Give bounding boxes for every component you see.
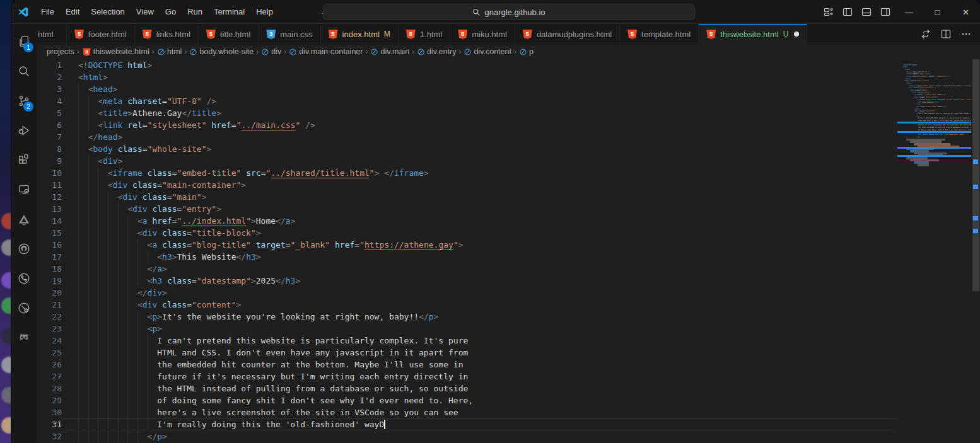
- breadcrumb-item-thiswebsite-html[interactable]: 5thiswebsite.html: [82, 47, 149, 57]
- line-number[interactable]: 20: [37, 287, 62, 299]
- tab-thiswebsite-html[interactable]: 5thiswebsite.htmlU: [699, 24, 807, 45]
- tab-main-css[interactable]: 3main.css: [259, 24, 320, 45]
- line-number[interactable]: 27: [37, 371, 62, 383]
- line-number[interactable]: 6: [37, 119, 62, 131]
- code-line[interactable]: 22 <p>It's the website you're looking at…: [37, 311, 897, 323]
- activity-gitlens-icon[interactable]: [11, 294, 37, 322]
- toggle-primary-sidebar-icon[interactable]: [838, 4, 857, 20]
- line-number[interactable]: 21: [37, 299, 62, 311]
- line-number[interactable]: 14: [37, 215, 62, 227]
- code-line[interactable]: 1<!DOCTYPE html>: [37, 59, 897, 71]
- tab-footer-html[interactable]: 5footer.html: [67, 24, 135, 45]
- code-line[interactable]: 4 <meta charset="UTF-8" />: [37, 95, 897, 107]
- code-line[interactable]: 27 future if it's necessary but I'm writ…: [37, 371, 897, 383]
- activity-github-icon[interactable]: [11, 235, 37, 263]
- breadcrumb-item-div[interactable]: div: [261, 47, 281, 56]
- code-line[interactable]: 19 <h3 class="datestamp">2025</h3>: [37, 275, 897, 287]
- line-number[interactable]: 31: [37, 418, 62, 430]
- code-line[interactable]: 2<html>: [37, 71, 897, 83]
- code-area[interactable]: 1<!DOCTYPE html>2<html>3 <head>4 <meta c…: [37, 59, 897, 443]
- activity-remote-explorer-icon[interactable]: [11, 176, 37, 204]
- line-number[interactable]: 3: [37, 83, 62, 95]
- code-line[interactable]: 9 <div>: [37, 155, 897, 167]
- scrollbar-slider[interactable]: [972, 59, 979, 291]
- line-number[interactable]: 23: [37, 323, 62, 335]
- code-line[interactable]: 18 </a>: [37, 263, 897, 275]
- line-number[interactable]: 30: [37, 406, 62, 418]
- line-number[interactable]: 19: [37, 275, 62, 287]
- code-line[interactable]: 5 <title>Athene.Gay</title>: [37, 107, 897, 119]
- code-line[interactable]: 21 <div class="content">: [37, 299, 897, 311]
- split-editor-icon[interactable]: [937, 26, 955, 42]
- activity-explorer-icon[interactable]: 1: [11, 28, 37, 55]
- tab-template-html[interactable]: 5template.html: [620, 24, 699, 45]
- code-line[interactable]: 29 of doing some fancy shit I don't see …: [37, 394, 897, 406]
- customize-layout-icon[interactable]: [819, 4, 838, 20]
- code-line[interactable]: 15 <div class="title-block">: [37, 227, 897, 239]
- code-line[interactable]: 13 <div class="entry">: [37, 203, 897, 215]
- line-number[interactable]: 32: [37, 430, 62, 442]
- line-number[interactable]: 1: [37, 59, 62, 71]
- code-line[interactable]: 6 <link rel="stylesheet" href="../main.c…: [37, 119, 897, 131]
- breadcrumb-item-projects[interactable]: projects: [47, 47, 74, 56]
- line-number[interactable]: 22: [37, 311, 62, 323]
- tab-title-html[interactable]: 5title.html: [199, 24, 259, 45]
- activity-a-extension-icon[interactable]: [11, 205, 37, 233]
- line-number[interactable]: 8: [37, 143, 62, 155]
- line-number[interactable]: 11: [37, 179, 62, 191]
- tab-miku-html[interactable]: 5miku.html: [450, 24, 515, 45]
- breadcrumb-item-div-content[interactable]: div.content: [464, 47, 511, 56]
- line-number[interactable]: 12: [37, 191, 62, 203]
- code-line[interactable]: 8 <body class="whole-site">: [37, 143, 897, 155]
- code-line[interactable]: 17 <h3>This Website</h3>: [37, 251, 897, 263]
- menu-view[interactable]: View: [131, 4, 160, 19]
- menu-go[interactable]: Go: [160, 4, 182, 19]
- activity-search-icon[interactable]: [11, 57, 37, 85]
- code-line[interactable]: 3 <head>: [37, 83, 897, 95]
- activity-source-control-icon[interactable]: 2: [11, 87, 37, 115]
- tab-links-html[interactable]: 5links.html: [135, 24, 199, 45]
- line-number[interactable]: 15: [37, 227, 62, 239]
- line-number[interactable]: 17: [37, 251, 62, 263]
- code-line[interactable]: 31 I'm really doing this the 'old-fashio…: [37, 418, 897, 430]
- overview-ruler[interactable]: [971, 59, 980, 443]
- tab-dalamudplugins-html[interactable]: 5dalamudplugins.html: [515, 24, 620, 45]
- line-number[interactable]: 2: [37, 71, 62, 83]
- toggle-secondary-sidebar-icon[interactable]: [876, 4, 895, 20]
- breadcrumb-item-div-main-container[interactable]: div.main-container: [289, 47, 363, 56]
- code-line[interactable]: 24 I can't pretend this website is parti…: [37, 335, 897, 347]
- line-number[interactable]: 24: [37, 335, 62, 347]
- breadcrumb-item-p[interactable]: p: [519, 47, 534, 56]
- code-line[interactable]: 11 <div class="main-container">: [37, 179, 897, 191]
- breadcrumb-item-html[interactable]: html: [157, 47, 182, 56]
- close-button[interactable]: ✕: [952, 0, 980, 24]
- code-line[interactable]: 30 here's a live screenshot of the site …: [37, 406, 897, 418]
- minimap[interactable]: <!DOCTYPE html><html> <head> <meta chars…: [897, 59, 971, 443]
- line-number[interactable]: 13: [37, 203, 62, 215]
- line-number[interactable]: 4: [37, 95, 62, 107]
- line-number[interactable]: 18: [37, 263, 62, 275]
- line-number[interactable]: 26: [37, 359, 62, 371]
- code-line[interactable]: 26 the embedded hit counter at the botto…: [37, 359, 897, 371]
- open-changes-icon[interactable]: [917, 26, 935, 42]
- activity-godot-tools-icon[interactable]: [11, 324, 37, 352]
- breadcrumb-item-div-entry[interactable]: div.entry: [417, 47, 456, 56]
- line-number[interactable]: 25: [37, 347, 62, 359]
- menu-run[interactable]: Run: [182, 4, 208, 19]
- code-line[interactable]: 12 <div class="main">: [37, 191, 897, 203]
- breadcrumb-item-div-main[interactable]: div.main: [370, 47, 409, 56]
- code-line[interactable]: 23 <p>: [37, 323, 897, 335]
- minimize-button[interactable]: —: [895, 0, 923, 24]
- code-line[interactable]: 7 </head>: [37, 131, 897, 143]
- line-number[interactable]: 7: [37, 131, 62, 143]
- tab-html[interactable]: html: [37, 24, 67, 45]
- command-center-search[interactable]: gnargle.github.io: [323, 4, 695, 20]
- line-number[interactable]: 16: [37, 239, 62, 251]
- menu-edit[interactable]: Edit: [60, 4, 85, 19]
- code-line[interactable]: 20 </div>: [37, 287, 897, 299]
- tab-index-html[interactable]: 5index.htmlM: [321, 24, 399, 45]
- code-line[interactable]: 28 the HTML instead of pulling from a da…: [37, 383, 897, 394]
- unsaved-dot-icon[interactable]: [794, 32, 799, 37]
- more-actions-icon[interactable]: [957, 26, 975, 42]
- line-number[interactable]: 29: [37, 394, 62, 406]
